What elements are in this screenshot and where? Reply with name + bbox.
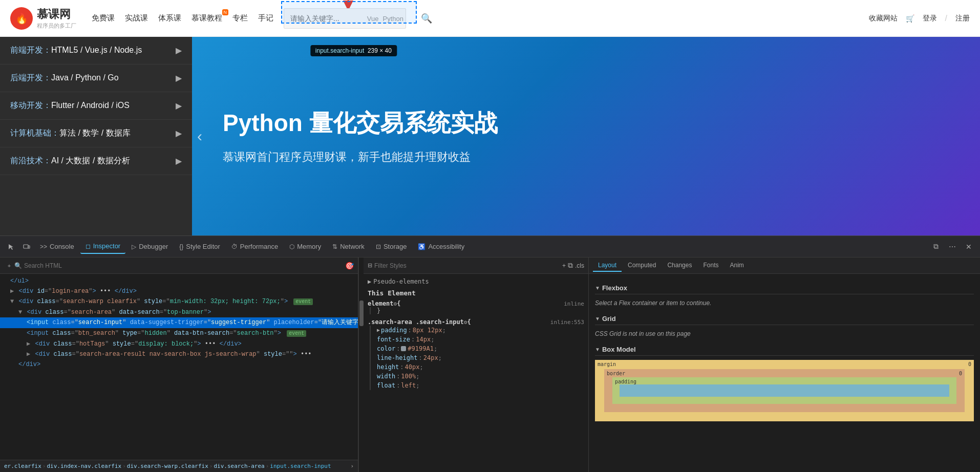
element-brace-open: { <box>397 300 400 307</box>
bc-er[interactable]: er.clearfix <box>4 463 41 469</box>
nav-system[interactable]: 体系课 <box>158 13 181 23</box>
nav-tutorial[interactable]: 慕课教程 N <box>191 13 222 23</box>
prop-semi-color: ; <box>434 344 437 353</box>
nav-bar: 🔥 慕课网 程序员的多工厂 免费课 实战课 体系课 慕课教程 N 专栏 手记 V… <box>0 0 980 37</box>
html-scrollbar-thumb[interactable] <box>359 301 364 326</box>
tab-inspector[interactable]: ◻ Inspector <box>80 240 125 254</box>
box-model-header[interactable]: ▼ Box Model <box>595 344 974 356</box>
nav-register[interactable]: 注册 <box>955 14 970 23</box>
tab-memory[interactable]: ⬡ Memory <box>284 240 326 254</box>
bc-index-nav[interactable]: div.index-nav.clearfix <box>47 463 121 469</box>
html-line-hot-tags[interactable]: ▶ <div class="hotTags" style="display: b… <box>0 339 358 349</box>
right-content[interactable]: ▼ Flexbox Select a Flex container or ite… <box>589 274 980 472</box>
html-line-ul-close[interactable]: </ul> <box>0 276 358 286</box>
bc-search-warp[interactable]: div.search-warp.clearfix <box>127 463 208 469</box>
responsive-icon[interactable] <box>19 240 34 254</box>
tab-fonts[interactable]: Fonts <box>698 260 723 272</box>
html-line-close-div[interactable]: </div> <box>0 359 358 370</box>
bc-sep-4: › <box>266 463 269 469</box>
bc-search-input[interactable]: input.search-input <box>270 463 331 469</box>
tab-layout[interactable]: Layout <box>593 260 622 272</box>
prop-name-width: width <box>377 372 395 381</box>
pseudo-elements-header[interactable]: ▶ Pseudo-elements <box>368 278 584 285</box>
html-line-search-warp[interactable]: ▼ <div class="search-warp clearfix" styl… <box>0 296 358 307</box>
inspector-cursor-icon[interactable] <box>4 240 18 254</box>
dock-icon[interactable]: ⧉ <box>929 240 943 254</box>
styles-add-icon[interactable]: + <box>562 262 566 269</box>
search-input-selector-name: .search-area .search-input <box>368 318 464 326</box>
nav-column[interactable]: 专栏 <box>232 13 248 23</box>
nav-collect[interactable]: 收藏网站 <box>869 14 898 23</box>
sidebar-item-frontier[interactable]: 前沿技术：AI / 大数据 / 数据分析 ▶ <box>0 147 192 175</box>
tab-debugger[interactable]: ▷ Debugger <box>126 240 173 254</box>
svg-rect-3 <box>28 246 30 248</box>
styles-cls-icon[interactable]: .cls <box>575 262 584 269</box>
search-tag-vue[interactable]: Vue <box>367 14 379 22</box>
tab-console[interactable]: >> Console <box>35 240 79 254</box>
styles-copy-icon[interactable]: ⧉ <box>568 261 573 270</box>
box-model-border: border 0 padding <box>604 369 965 412</box>
tab-computed[interactable]: Computed <box>623 260 661 272</box>
sidebar-item-frontend[interactable]: 前端开发：HTML5 / Vue.js / Node.js ▶ <box>0 37 192 65</box>
bc-scroll-right[interactable]: › <box>350 463 354 469</box>
search-input-source: inline:553 <box>550 319 584 326</box>
sidebar-item-cs[interactable]: 计算机基础：算法 / 数学 / 数据库 ▶ <box>0 120 192 147</box>
prop-value-color: #9199A1 <box>408 344 434 353</box>
search-tags: Vue Python <box>367 14 403 22</box>
tab-style-editor-label: Style Editor <box>186 243 220 250</box>
element-gear-icon[interactable]: ⚙ <box>394 301 397 307</box>
tab-performance[interactable]: ⏱ Performance <box>226 240 283 254</box>
html-panel: + 🔍 🎯 </ul> ▶ <div id="login-area"> ••• … <box>0 258 358 472</box>
website-area: 🔥 慕课网 程序员的多工厂 免费课 实战课 体系课 慕课教程 N 专栏 手记 V… <box>0 0 980 235</box>
svg-rect-2 <box>24 245 28 248</box>
html-line-btn-search[interactable]: <input class="btn_search" type="hidden" … <box>0 328 358 339</box>
close-devtools-icon[interactable]: ✕ <box>962 240 976 254</box>
sidebar-item-mobile[interactable]: 移动开发：Flutter / Android / iOS ▶ <box>0 92 192 120</box>
tab-network[interactable]: ⇅ Network <box>327 240 370 254</box>
tab-accessibility[interactable]: ♿ Accessibility <box>413 240 470 254</box>
tab-style-editor[interactable]: {} Style Editor <box>174 240 225 254</box>
html-search-input[interactable] <box>24 262 345 269</box>
tab-storage[interactable]: ⊡ Storage <box>371 240 412 254</box>
banner-subtitle: 慕课网首门程序员理财课，新手也能提升理财收益 <box>223 149 498 165</box>
tab-inspector-label: Inspector <box>93 242 120 250</box>
nav-practice[interactable]: 实战课 <box>125 13 148 23</box>
tab-anim[interactable]: Anim <box>725 260 749 272</box>
banner-prev[interactable]: ‹ <box>197 127 202 145</box>
html-line-search-area[interactable]: ▼ <div class="search-area" data-search="… <box>0 307 358 317</box>
search-button[interactable]: 🔍 <box>416 8 437 29</box>
color-picker-icon[interactable]: 🎯 <box>345 262 354 270</box>
tab-console-label: Console <box>50 243 74 250</box>
prop-colon-color: : <box>396 344 400 353</box>
nav-divider: / <box>945 14 947 23</box>
html-panel-scrollbar[interactable] <box>358 258 364 472</box>
tab-changes[interactable]: Changes <box>662 260 697 272</box>
bc-search-area[interactable]: div.search-area <box>214 463 264 469</box>
search-input-gear-icon[interactable]: ⚙ <box>464 319 467 326</box>
nav-cart[interactable]: 🛒 <box>906 14 914 23</box>
html-content[interactable]: </ul> ▶ <div id="login-area"> ••• </div>… <box>0 274 358 460</box>
logo-area[interactable]: 🔥 慕课网 程序员的多工厂 <box>10 7 76 30</box>
bc-sep-1: › <box>42 463 46 469</box>
nav-login[interactable]: 登录 <box>923 14 937 23</box>
box-model-toggle-icon: ▼ <box>595 347 600 352</box>
padding-triangle[interactable]: ▶ <box>377 326 380 335</box>
sidebar-item-backend[interactable]: 后端开发：Java / Python / Go ▶ <box>0 65 192 92</box>
html-line-search-input[interactable]: <input class="search-input" data-suggest… <box>0 317 358 328</box>
styles-filter-input[interactable] <box>374 262 560 269</box>
sidebar: 前端开发：HTML5 / Vue.js / Node.js ▶ 后端开发：Jav… <box>0 37 192 235</box>
overflow-icon[interactable]: ⋯ <box>945 240 960 254</box>
grid-header[interactable]: ▼ Grid <box>595 313 974 325</box>
styles-content[interactable]: ▶ Pseudo-elements This Element element ⚙… <box>364 274 588 472</box>
banner-title: Python 量化交易系统实战 <box>223 108 498 139</box>
nav-free[interactable]: 免费课 <box>92 13 115 23</box>
nav-notes[interactable]: 手记 <box>258 13 273 23</box>
sidebar-frontend-arrow: ▶ <box>176 46 182 55</box>
tab-network-label: Network <box>340 243 365 250</box>
html-line-login-area[interactable]: ▶ <div id="login-area"> ••• </div> <box>0 286 358 296</box>
html-line-search-result[interactable]: ▶ <div class="search-area-result nav-sea… <box>0 349 358 359</box>
add-node-button[interactable]: + <box>4 261 14 271</box>
search-tag-python[interactable]: Python <box>383 14 403 22</box>
flexbox-header[interactable]: ▼ Flexbox <box>595 282 974 294</box>
right-panel: Layout Computed Changes Fonts Anim <box>589 258 980 472</box>
